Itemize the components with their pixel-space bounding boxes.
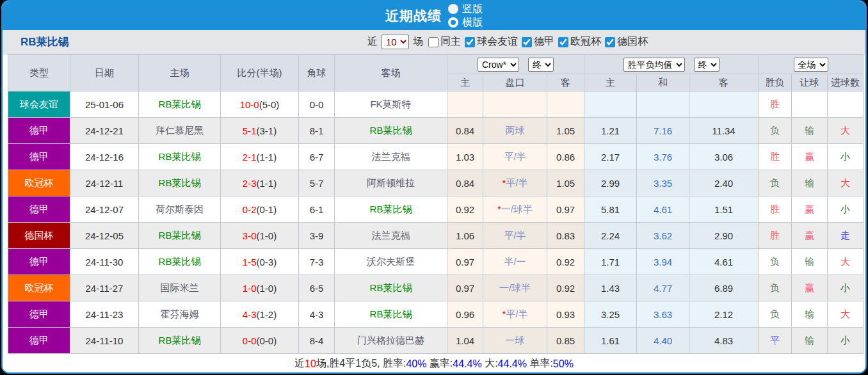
odds-provider-select[interactable]: Crow* [478, 58, 519, 72]
cell-home-team: 拜仁慕尼黑 [139, 118, 221, 144]
cell-home-team: RB莱比锡 [139, 170, 221, 196]
cell-goals-result: 小 [828, 196, 864, 223]
cell-league: 德国杯 [8, 223, 70, 249]
layout-radio-vertical[interactable]: 竖版 [448, 3, 483, 16]
cell-home-team: RB莱比锡 [139, 144, 221, 170]
filter-checkbox[interactable] [522, 37, 532, 47]
results-table: 类型 日期 主场 比分(半场) 角球 客场 Crow* 终 胜平负均值 [8, 54, 864, 354]
radio-icon[interactable] [448, 4, 458, 14]
summary-segment: 44.4% [498, 358, 527, 370]
near-count-select[interactable]: 10 [382, 35, 409, 49]
cell-score: 1-5(0-3) [221, 249, 299, 275]
score-halftime: (3-1) [257, 125, 277, 136]
cell-corner: 0-0 [299, 92, 335, 118]
cell-away-team: FK莫斯特 [335, 92, 447, 118]
cell-date: 24-11-27 [70, 275, 139, 301]
score-fulltime: 5-1 [243, 125, 257, 136]
filter-checkbox-label: 欧冠杯 [570, 35, 601, 49]
cell-avg-home: 2.17 [584, 144, 637, 170]
cell-avg-away: 4.61 [689, 249, 759, 275]
cell-handicap: 平/半 [483, 223, 547, 249]
cell-home-team: 国际米兰 [139, 275, 221, 301]
cell-corner: 6-5 [299, 275, 335, 301]
filter-controls: 近 10 场 同主球会友谊德甲欧冠杯德国杯 [367, 35, 648, 49]
cell-avg-home: 5.81 [584, 196, 637, 223]
cell-goals-result: 走 [828, 223, 864, 249]
table-row: 德甲24-11-23霍芬海姆4-3(1-2)4-3RB莱比锡0.96*平/半0.… [8, 301, 864, 328]
cell-odds-home: 1.03 [447, 144, 483, 170]
cell-handicap: 平/半 [483, 144, 547, 170]
col-header-score: 比分(半场) [221, 55, 299, 92]
score-halftime: (0-3) [257, 257, 277, 267]
cell-date: 25-01-06 [70, 92, 139, 118]
filter-checkbox-item-3[interactable]: 欧冠杯 [554, 35, 601, 49]
cell-handicap: 一/球半 [483, 275, 547, 301]
cell-handicap: *平/半 [483, 170, 547, 196]
cell-odds-away: 0.86 [547, 144, 584, 170]
range-select-cell: 全场 [759, 55, 864, 74]
filter-checkbox[interactable] [465, 37, 475, 47]
sub-header-odds-away: 客 [547, 74, 584, 92]
cell-goals-result [828, 92, 864, 118]
summary-segment: 赢率: [426, 357, 453, 371]
cell-corner: 5-7 [299, 170, 335, 196]
cell-avg-away [689, 92, 759, 118]
cell-league: 欧冠杯 [8, 170, 70, 196]
avg-type-select[interactable]: 胜平负均值 [623, 58, 685, 72]
filter-checkbox-item-0[interactable]: 同主 [424, 35, 461, 49]
table-row: 德甲24-12-16RB莱比锡2-1(1-1)6-7法兰克福1.03平/半0.8… [8, 144, 864, 170]
cell-odds-away [547, 92, 584, 118]
score-halftime: (1-0) [257, 230, 277, 241]
col-header-corner: 角球 [299, 55, 335, 92]
cell-corner: 4-3 [299, 301, 335, 328]
cell-score: 0-2(0-1) [221, 196, 299, 223]
cell-goals-result: 大 [828, 301, 864, 328]
cell-home-team: RB莱比锡 [139, 249, 221, 275]
avg-time-select[interactable]: 终 [694, 58, 719, 72]
filter-checkbox[interactable] [428, 37, 438, 47]
league-filter-group: 同主球会友谊德甲欧冠杯德国杯 [424, 35, 648, 49]
cell-odds-away: 0.92 [547, 249, 584, 275]
summary-segment: 场,胜4平1负5, 胜率: [316, 357, 406, 371]
filter-checkbox[interactable] [558, 37, 568, 47]
layout-radio-horizontal[interactable]: 横版 [448, 16, 483, 29]
cell-score: 1-0(1-0) [221, 275, 299, 301]
summary-segment: 44.4% [453, 358, 481, 370]
cell-handicap: 一球 [483, 328, 547, 354]
cell-league: 德甲 [8, 118, 70, 144]
filter-checkbox[interactable] [605, 37, 615, 47]
cell-avg-home: 1.71 [584, 249, 637, 275]
filter-checkbox-item-4[interactable]: 德国杯 [601, 35, 648, 49]
cell-odds-home: 0.97 [447, 275, 483, 301]
cell-win-loss: 胜 [759, 144, 792, 170]
cell-let-result: 输 [792, 301, 828, 328]
cell-avg-draw: 3.94 [637, 249, 689, 275]
cell-score: 0-0(0-0) [221, 328, 299, 354]
odds-time-select[interactable]: 终 [528, 58, 554, 72]
cell-win-loss: 负 [759, 118, 792, 144]
cell-goals-result: 小 [828, 328, 864, 354]
cell-corner: 6-1 [299, 196, 335, 223]
filter-checkbox-item-2[interactable]: 德甲 [518, 35, 554, 49]
cell-league: 德甲 [8, 196, 70, 223]
sub-header-avg-away: 客 [689, 74, 759, 92]
cell-odds-home: 0.97 [447, 249, 483, 275]
score-fulltime: 2-1 [243, 152, 257, 163]
cell-let-result: 输 [792, 170, 828, 196]
radio-icon[interactable] [448, 17, 458, 28]
cell-corner: 7-3 [299, 249, 335, 275]
near-label: 近 [367, 35, 378, 49]
cell-odds-home: 1.06 [447, 223, 483, 249]
cell-avg-away: 6.89 [689, 275, 759, 301]
cell-avg-away: 11.34 [689, 118, 759, 144]
cell-league: 德甲 [8, 249, 70, 275]
score-fulltime: 0-2 [243, 204, 257, 215]
cell-avg-home: 1.21 [584, 118, 637, 144]
panel-title: 近期战绩 [385, 7, 442, 25]
cell-odds-away: 0.93 [547, 301, 584, 328]
filter-checkbox-item-1[interactable]: 球会友谊 [461, 35, 518, 49]
cell-home-team: RB莱比锡 [139, 223, 221, 249]
cell-avg-draw: 4.40 [637, 328, 689, 354]
cell-corner: 3-9 [299, 223, 335, 249]
range-select[interactable]: 全场 [794, 58, 828, 72]
